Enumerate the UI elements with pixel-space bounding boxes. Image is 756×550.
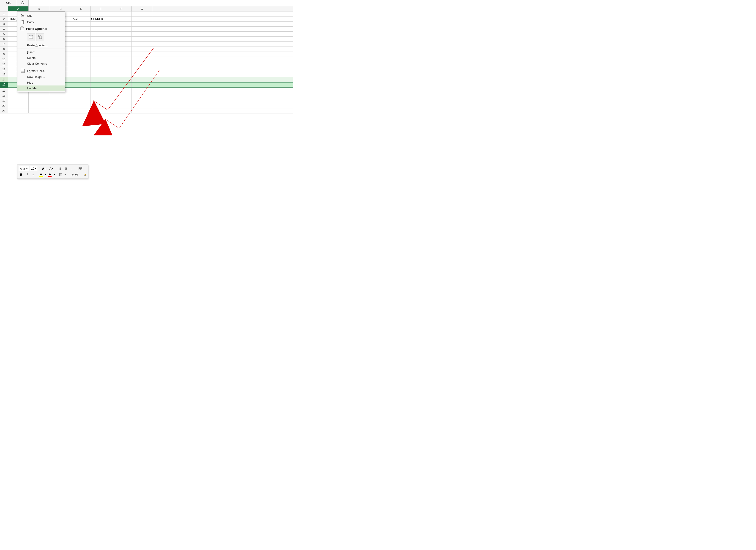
row-header[interactable]: 3 — [0, 22, 8, 26]
cell-F6[interactable] — [111, 37, 132, 41]
cell-E1[interactable] — [90, 11, 111, 16]
cell-E13[interactable] — [90, 72, 111, 77]
cell-G13[interactable] — [132, 72, 152, 77]
menu-item-insert[interactable]: Insert — [17, 49, 65, 55]
cell-F19[interactable] — [111, 98, 132, 103]
borders-button[interactable] — [58, 172, 63, 177]
cell-G15[interactable] — [132, 82, 152, 87]
cell-D15[interactable] — [72, 82, 90, 87]
font-color-arrow[interactable]: ▼ — [53, 173, 55, 176]
col-header-D[interactable]: D — [72, 6, 90, 11]
menu-item-row-height[interactable]: Row Height... — [17, 74, 65, 80]
menu-item-delete[interactable]: Delete — [17, 55, 65, 61]
cell-D11[interactable] — [72, 62, 90, 67]
cell-E7[interactable] — [90, 42, 111, 46]
cell-F9[interactable] — [111, 52, 132, 57]
align-button[interactable]: ≡ — [31, 172, 36, 177]
cell-F5[interactable] — [111, 32, 132, 36]
cell-D21[interactable] — [72, 108, 90, 113]
cell-A19[interactable] — [8, 98, 29, 103]
cell-D8[interactable] — [72, 47, 90, 52]
row-header[interactable]: 4 — [0, 27, 8, 31]
cell-D1[interactable] — [72, 11, 90, 16]
col-header-G[interactable]: G — [132, 6, 152, 11]
col-header-B[interactable]: B — [29, 6, 49, 11]
cell-F14[interactable] — [111, 77, 132, 82]
currency-button[interactable]: $ — [58, 166, 63, 171]
cell-C20[interactable] — [49, 103, 72, 108]
fill-color-button[interactable]: A — [38, 172, 44, 177]
menu-item-cut[interactable]: Cut — [17, 12, 65, 19]
row-header-16-hidden[interactable] — [0, 87, 8, 88]
corner-cell[interactable] — [0, 6, 8, 11]
cell-D6[interactable] — [72, 37, 90, 41]
row-header-15[interactable]: 15 — [0, 82, 8, 87]
cell-D4[interactable] — [72, 27, 90, 31]
cell-D7[interactable] — [72, 42, 90, 46]
row-header[interactable]: 12 — [0, 67, 8, 72]
cell-E3[interactable] — [90, 22, 111, 26]
cell-E12[interactable] — [90, 67, 111, 72]
clear-format-button[interactable] — [83, 172, 88, 177]
cell-E4[interactable] — [90, 27, 111, 31]
cell-F1[interactable] — [111, 11, 132, 16]
menu-item-hide[interactable]: Hide — [17, 80, 65, 85]
font-color-button[interactable]: A — [47, 172, 52, 177]
cell-E2[interactable]: GENDER — [90, 16, 111, 21]
cell-F11[interactable] — [111, 62, 132, 67]
row-header[interactable]: 19 — [0, 98, 8, 103]
cell-G5[interactable] — [132, 32, 152, 36]
cell-G18[interactable] — [132, 93, 152, 98]
cell-D13[interactable] — [72, 72, 90, 77]
cell-B19[interactable] — [29, 98, 49, 103]
cell-F21[interactable] — [111, 108, 132, 113]
cell-E5[interactable] — [90, 32, 111, 36]
cell-D2[interactable]: AGE — [72, 16, 90, 21]
cell-E15[interactable] — [90, 82, 111, 87]
cell-E14[interactable] — [90, 77, 111, 82]
cell-G21[interactable] — [132, 108, 152, 113]
row-header[interactable]: 17 — [0, 88, 8, 93]
increase-decimal-button[interactable]: .00→ — [75, 172, 80, 177]
row-header[interactable]: 9 — [0, 52, 8, 57]
cell-G7[interactable] — [132, 42, 152, 46]
cell-D12[interactable] — [72, 67, 90, 72]
cell-G11[interactable] — [132, 62, 152, 67]
comma-button[interactable]: , — [69, 166, 74, 171]
cell-G3[interactable] — [132, 22, 152, 26]
bold-button[interactable]: B — [19, 172, 24, 177]
cell-E10[interactable] — [90, 57, 111, 62]
cell-D17[interactable] — [72, 88, 90, 93]
cell-D5[interactable] — [72, 32, 90, 36]
cell-F8[interactable] — [111, 47, 132, 52]
menu-item-clear-contents[interactable]: Clear Contents — [17, 61, 65, 66]
row-header[interactable]: 5 — [0, 32, 8, 36]
cell-A20[interactable] — [8, 103, 29, 108]
cell-D19[interactable] — [72, 98, 90, 103]
borders-arrow[interactable]: ▼ — [64, 173, 66, 176]
cell-F3[interactable] — [111, 22, 132, 26]
cell-G19[interactable] — [132, 98, 152, 103]
cell-E9[interactable] — [90, 52, 111, 57]
row-header[interactable]: 13 — [0, 72, 8, 77]
cell-F4[interactable] — [111, 27, 132, 31]
cell-E11[interactable] — [90, 62, 111, 67]
cell-C18[interactable] — [49, 93, 72, 98]
font-name-dropdown[interactable]: Arial ▼ — [19, 166, 29, 171]
merge-button[interactable] — [77, 166, 83, 171]
cell-C21[interactable] — [49, 108, 72, 113]
decrease-decimal-button[interactable]: ←.0 — [69, 172, 74, 177]
cell-G17[interactable] — [132, 88, 152, 93]
cell-F7[interactable] — [111, 42, 132, 46]
row-header[interactable]: 6 — [0, 37, 8, 41]
row-header[interactable]: 11 — [0, 62, 8, 67]
cell-G1[interactable] — [132, 11, 152, 16]
percent-button[interactable]: % — [63, 166, 68, 171]
cell-E20[interactable] — [90, 103, 111, 108]
row-header[interactable]: 10 — [0, 57, 8, 62]
row-header[interactable]: 21 — [0, 108, 8, 113]
fill-color-arrow[interactable]: ▼ — [44, 173, 47, 176]
cell-G12[interactable] — [132, 67, 152, 72]
cell-G4[interactable] — [132, 27, 152, 31]
paste-icon-keepformatting[interactable]: A — [27, 33, 35, 41]
